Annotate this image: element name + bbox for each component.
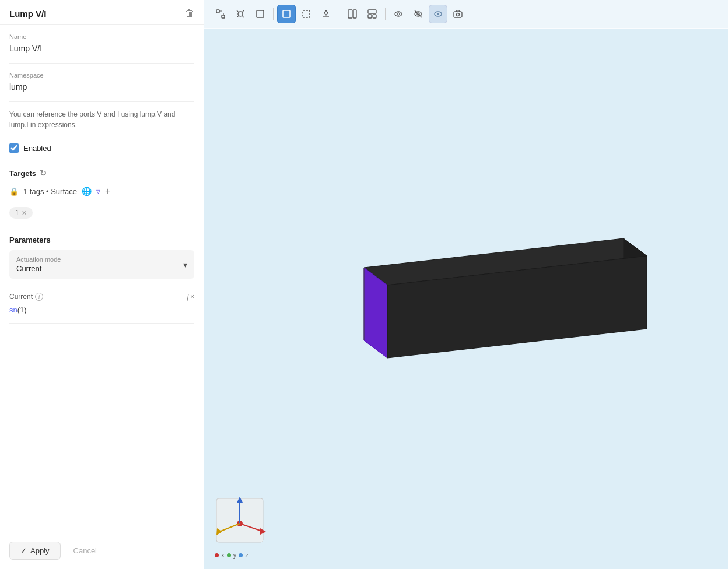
current-sn: sn (9, 305, 18, 314)
svg-rect-8 (368, 10, 376, 13)
toolbar-separator-2 (339, 8, 340, 20)
globe-icon[interactable]: 🌐 (82, 187, 92, 196)
tb-camera[interactable] (449, 5, 467, 23)
z-label: z (239, 552, 249, 559)
tb-fit-all[interactable] (211, 5, 230, 23)
cancel-button[interactable]: Cancel (68, 542, 103, 559)
name-label: Name (9, 33, 194, 40)
viewport-canvas[interactable]: x y z (204, 29, 728, 569)
helper-text: You can reference the ports V and I usin… (9, 102, 194, 136)
tag-chip-label: 1 (15, 209, 19, 217)
svg-point-11 (395, 12, 402, 16)
axis-widget: x y z (214, 496, 278, 560)
tb-dotted-select[interactable] (297, 5, 316, 23)
svg-rect-6 (348, 10, 352, 18)
svg-rect-0 (216, 10, 219, 13)
svg-rect-1 (222, 15, 225, 18)
tb-view2[interactable] (363, 5, 382, 23)
3d-box (285, 177, 647, 399)
chip-remove-icon[interactable]: ✕ (22, 209, 27, 217)
toolbar-separator-1 (273, 8, 274, 20)
enabled-row: Enabled (9, 136, 194, 160)
targets-label: Targets (9, 169, 36, 178)
tag-chips: 1 ✕ (9, 202, 194, 227)
dropdown-inner: Actuation mode Current (16, 256, 61, 273)
current-label: Current (9, 293, 33, 301)
targets-row: 🔒 1 tags • Surface 🌐 ▿ + (9, 184, 194, 202)
checkmark-icon: ✓ (20, 546, 27, 555)
tags-text: 1 tags • Surface (23, 187, 77, 196)
svg-point-2 (238, 12, 243, 16)
right-panel: x y z (204, 0, 728, 569)
toolbar-separator-3 (385, 8, 386, 20)
current-top: Current i ƒ× (9, 293, 194, 301)
lock-icon: 🔒 (9, 187, 19, 196)
name-field-group: Name (9, 25, 194, 64)
enabled-label: Enabled (23, 144, 51, 153)
svg-point-12 (397, 13, 400, 15)
svg-rect-9 (368, 15, 372, 18)
parameters-label: Parameters (9, 236, 51, 244)
fx-icon[interactable]: ƒ× (186, 293, 194, 301)
current-label-row: Current i (9, 293, 43, 301)
filter-icon[interactable]: ▿ (96, 187, 100, 196)
axis-labels: x y z (215, 552, 249, 559)
tb-view1[interactable] (343, 5, 362, 23)
tb-ortho[interactable] (251, 5, 270, 23)
actuation-value: Current (16, 264, 61, 273)
svg-point-17 (437, 13, 439, 15)
actuation-label: Actuation mode (16, 256, 61, 263)
svg-rect-10 (373, 15, 376, 18)
enabled-checkbox[interactable] (9, 143, 19, 153)
chevron-down-icon: ▾ (183, 260, 187, 269)
namespace-field-group: Namespace (9, 64, 194, 102)
panel-header: Lump V/I 🗑 (0, 0, 204, 25)
current-value[interactable]: sn(1) (9, 304, 194, 318)
panel-title: Lump V/I (9, 9, 46, 19)
current-field: Current i ƒ× sn(1) (9, 287, 194, 324)
tag-chip-1: 1 ✕ (9, 207, 33, 219)
svg-rect-3 (257, 10, 264, 17)
current-paren2: ) (24, 305, 26, 314)
svg-rect-7 (354, 10, 356, 18)
actuation-dropdown[interactable]: Actuation mode Current ▾ (9, 250, 194, 279)
apply-button[interactable]: ✓ Apply (9, 542, 61, 560)
viewport-toolbar (204, 0, 728, 29)
panel-footer: ✓ Apply Cancel (0, 532, 204, 569)
parameters-header: Parameters (9, 227, 194, 250)
panel-body: Name Namespace You can reference the por… (0, 25, 204, 532)
svg-rect-5 (303, 10, 310, 17)
name-input[interactable] (9, 43, 194, 57)
namespace-input[interactable] (9, 81, 194, 96)
tb-eye-show[interactable] (389, 5, 408, 23)
y-label: y (227, 552, 237, 559)
tb-eye-hide[interactable] (409, 5, 428, 23)
delete-icon[interactable]: 🗑 (185, 8, 194, 19)
targets-section-header: Targets ↻ (9, 160, 194, 184)
add-target-icon[interactable]: + (105, 186, 110, 196)
svg-rect-4 (283, 10, 290, 17)
x-label: x (215, 552, 225, 559)
apply-label: Apply (30, 546, 50, 555)
tb-eye-select[interactable] (429, 5, 447, 23)
refresh-icon[interactable]: ↻ (40, 168, 47, 178)
svg-point-19 (457, 13, 460, 16)
tb-rect-select[interactable] (277, 5, 296, 23)
svg-rect-18 (454, 12, 462, 17)
namespace-label: Namespace (9, 72, 194, 79)
info-icon: i (35, 293, 43, 301)
left-panel: Lump V/I 🗑 Name Namespace You can refere… (0, 0, 204, 569)
tb-fit-selection[interactable] (231, 5, 250, 23)
tb-split[interactable] (317, 5, 335, 23)
